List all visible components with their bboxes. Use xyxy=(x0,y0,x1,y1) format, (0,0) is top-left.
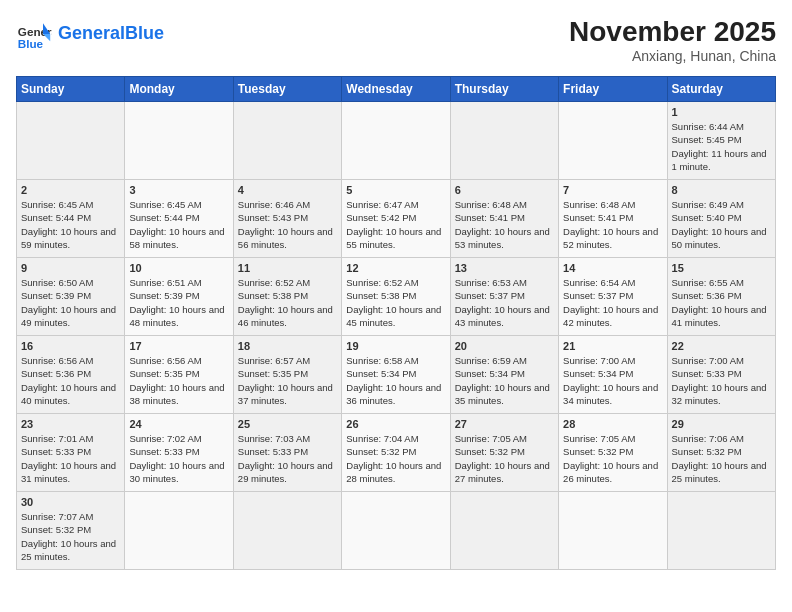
day-info: Sunrise: 7:07 AM Sunset: 5:32 PM Dayligh… xyxy=(21,510,120,563)
day-number: 26 xyxy=(346,418,445,430)
svg-text:Blue: Blue xyxy=(18,37,44,50)
day-info: Sunrise: 6:50 AM Sunset: 5:39 PM Dayligh… xyxy=(21,276,120,329)
day-info: Sunrise: 6:44 AM Sunset: 5:45 PM Dayligh… xyxy=(672,120,771,173)
day-number: 8 xyxy=(672,184,771,196)
table-row: 13Sunrise: 6:53 AM Sunset: 5:37 PM Dayli… xyxy=(450,258,558,336)
calendar-row: 9Sunrise: 6:50 AM Sunset: 5:39 PM Daylig… xyxy=(17,258,776,336)
header-wednesday: Wednesday xyxy=(342,77,450,102)
day-number: 6 xyxy=(455,184,554,196)
weekday-header-row: Sunday Monday Tuesday Wednesday Thursday… xyxy=(17,77,776,102)
table-row: 26Sunrise: 7:04 AM Sunset: 5:32 PM Dayli… xyxy=(342,414,450,492)
day-number: 10 xyxy=(129,262,228,274)
day-number: 15 xyxy=(672,262,771,274)
day-info: Sunrise: 7:00 AM Sunset: 5:33 PM Dayligh… xyxy=(672,354,771,407)
table-row xyxy=(450,492,558,570)
day-info: Sunrise: 7:00 AM Sunset: 5:34 PM Dayligh… xyxy=(563,354,662,407)
day-number: 19 xyxy=(346,340,445,352)
day-info: Sunrise: 6:56 AM Sunset: 5:35 PM Dayligh… xyxy=(129,354,228,407)
table-row xyxy=(342,102,450,180)
table-row: 27Sunrise: 7:05 AM Sunset: 5:32 PM Dayli… xyxy=(450,414,558,492)
header-friday: Friday xyxy=(559,77,667,102)
day-number: 13 xyxy=(455,262,554,274)
table-row xyxy=(233,102,341,180)
day-number: 16 xyxy=(21,340,120,352)
day-info: Sunrise: 7:04 AM Sunset: 5:32 PM Dayligh… xyxy=(346,432,445,485)
day-number: 29 xyxy=(672,418,771,430)
table-row xyxy=(17,102,125,180)
calendar-table: Sunday Monday Tuesday Wednesday Thursday… xyxy=(16,76,776,570)
title-block: November 2025 Anxiang, Hunan, China xyxy=(569,16,776,64)
table-row: 20Sunrise: 6:59 AM Sunset: 5:34 PM Dayli… xyxy=(450,336,558,414)
calendar-row: 30Sunrise: 7:07 AM Sunset: 5:32 PM Dayli… xyxy=(17,492,776,570)
table-row: 4Sunrise: 6:46 AM Sunset: 5:43 PM Daylig… xyxy=(233,180,341,258)
table-row: 1Sunrise: 6:44 AM Sunset: 5:45 PM Daylig… xyxy=(667,102,775,180)
day-number: 5 xyxy=(346,184,445,196)
table-row: 18Sunrise: 6:57 AM Sunset: 5:35 PM Dayli… xyxy=(233,336,341,414)
day-number: 4 xyxy=(238,184,337,196)
day-info: Sunrise: 7:01 AM Sunset: 5:33 PM Dayligh… xyxy=(21,432,120,485)
table-row: 21Sunrise: 7:00 AM Sunset: 5:34 PM Dayli… xyxy=(559,336,667,414)
day-number: 9 xyxy=(21,262,120,274)
calendar-row: 2Sunrise: 6:45 AM Sunset: 5:44 PM Daylig… xyxy=(17,180,776,258)
logo: General Blue GeneralBlue xyxy=(16,16,164,52)
day-number: 28 xyxy=(563,418,662,430)
day-number: 24 xyxy=(129,418,228,430)
day-info: Sunrise: 6:48 AM Sunset: 5:41 PM Dayligh… xyxy=(455,198,554,251)
logo-icon: General Blue xyxy=(16,16,52,52)
day-info: Sunrise: 6:59 AM Sunset: 5:34 PM Dayligh… xyxy=(455,354,554,407)
table-row: 2Sunrise: 6:45 AM Sunset: 5:44 PM Daylig… xyxy=(17,180,125,258)
table-row: 28Sunrise: 7:05 AM Sunset: 5:32 PM Dayli… xyxy=(559,414,667,492)
table-row: 16Sunrise: 6:56 AM Sunset: 5:36 PM Dayli… xyxy=(17,336,125,414)
day-number: 20 xyxy=(455,340,554,352)
day-info: Sunrise: 6:46 AM Sunset: 5:43 PM Dayligh… xyxy=(238,198,337,251)
table-row: 11Sunrise: 6:52 AM Sunset: 5:38 PM Dayli… xyxy=(233,258,341,336)
day-number: 12 xyxy=(346,262,445,274)
day-info: Sunrise: 7:03 AM Sunset: 5:33 PM Dayligh… xyxy=(238,432,337,485)
logo-general: General xyxy=(58,23,125,43)
header-thursday: Thursday xyxy=(450,77,558,102)
table-row: 5Sunrise: 6:47 AM Sunset: 5:42 PM Daylig… xyxy=(342,180,450,258)
table-row: 7Sunrise: 6:48 AM Sunset: 5:41 PM Daylig… xyxy=(559,180,667,258)
day-info: Sunrise: 6:51 AM Sunset: 5:39 PM Dayligh… xyxy=(129,276,228,329)
day-info: Sunrise: 6:45 AM Sunset: 5:44 PM Dayligh… xyxy=(129,198,228,251)
table-row: 14Sunrise: 6:54 AM Sunset: 5:37 PM Dayli… xyxy=(559,258,667,336)
header-monday: Monday xyxy=(125,77,233,102)
day-info: Sunrise: 6:55 AM Sunset: 5:36 PM Dayligh… xyxy=(672,276,771,329)
table-row: 9Sunrise: 6:50 AM Sunset: 5:39 PM Daylig… xyxy=(17,258,125,336)
table-row: 25Sunrise: 7:03 AM Sunset: 5:33 PM Dayli… xyxy=(233,414,341,492)
table-row xyxy=(667,492,775,570)
header-saturday: Saturday xyxy=(667,77,775,102)
day-info: Sunrise: 6:56 AM Sunset: 5:36 PM Dayligh… xyxy=(21,354,120,407)
month-title: November 2025 xyxy=(569,16,776,48)
day-number: 25 xyxy=(238,418,337,430)
day-info: Sunrise: 6:53 AM Sunset: 5:37 PM Dayligh… xyxy=(455,276,554,329)
day-info: Sunrise: 7:05 AM Sunset: 5:32 PM Dayligh… xyxy=(563,432,662,485)
day-info: Sunrise: 7:06 AM Sunset: 5:32 PM Dayligh… xyxy=(672,432,771,485)
logo-blue: Blue xyxy=(125,23,164,43)
day-number: 27 xyxy=(455,418,554,430)
table-row: 3Sunrise: 6:45 AM Sunset: 5:44 PM Daylig… xyxy=(125,180,233,258)
table-row xyxy=(450,102,558,180)
table-row xyxy=(559,492,667,570)
table-row: 22Sunrise: 7:00 AM Sunset: 5:33 PM Dayli… xyxy=(667,336,775,414)
day-number: 17 xyxy=(129,340,228,352)
table-row: 30Sunrise: 7:07 AM Sunset: 5:32 PM Dayli… xyxy=(17,492,125,570)
table-row: 19Sunrise: 6:58 AM Sunset: 5:34 PM Dayli… xyxy=(342,336,450,414)
day-info: Sunrise: 6:48 AM Sunset: 5:41 PM Dayligh… xyxy=(563,198,662,251)
day-number: 2 xyxy=(21,184,120,196)
table-row: 12Sunrise: 6:52 AM Sunset: 5:38 PM Dayli… xyxy=(342,258,450,336)
day-number: 21 xyxy=(563,340,662,352)
day-info: Sunrise: 6:47 AM Sunset: 5:42 PM Dayligh… xyxy=(346,198,445,251)
table-row: 29Sunrise: 7:06 AM Sunset: 5:32 PM Dayli… xyxy=(667,414,775,492)
table-row xyxy=(125,492,233,570)
table-row: 15Sunrise: 6:55 AM Sunset: 5:36 PM Dayli… xyxy=(667,258,775,336)
page-header: General Blue GeneralBlue November 2025 A… xyxy=(16,16,776,64)
day-number: 7 xyxy=(563,184,662,196)
header-tuesday: Tuesday xyxy=(233,77,341,102)
table-row xyxy=(233,492,341,570)
calendar-row: 23Sunrise: 7:01 AM Sunset: 5:33 PM Dayli… xyxy=(17,414,776,492)
day-info: Sunrise: 7:02 AM Sunset: 5:33 PM Dayligh… xyxy=(129,432,228,485)
day-number: 3 xyxy=(129,184,228,196)
day-number: 14 xyxy=(563,262,662,274)
location: Anxiang, Hunan, China xyxy=(569,48,776,64)
